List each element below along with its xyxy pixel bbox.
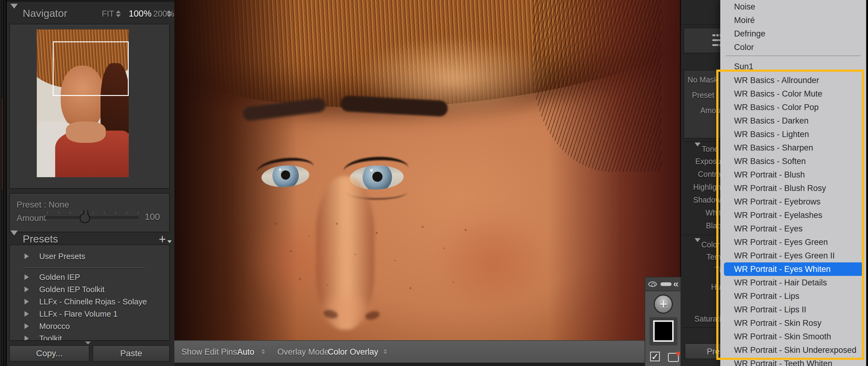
color-saturation-label: Saturati: [681, 314, 720, 324]
color-hue-label: Hu: [681, 283, 720, 292]
sliders-icon[interactable]: [712, 32, 720, 49]
masking-float-panel: « + ✓: [645, 277, 681, 366]
presets-title: Presets: [23, 233, 58, 245]
zoom-other-arrows-icon[interactable]: [167, 10, 172, 17]
menu-item-noise[interactable]: Noise: [720, 0, 866, 13]
mask-swatch-backing: [649, 317, 677, 345]
preset-amount-box: Preset : None Amount 100: [9, 193, 170, 232]
amount-slider-ticks: [47, 212, 139, 214]
menu-item-moire[interactable]: Moiré: [720, 13, 866, 27]
tone-blacks-label: Blac: [681, 221, 720, 230]
edge-line: [5, 0, 5, 366]
amount-value[interactable]: 100: [145, 212, 160, 222]
mask-swatch[interactable]: [653, 320, 674, 342]
tone-contrast-label: Contra: [681, 170, 720, 179]
tone-whites-label: Whit: [681, 208, 720, 217]
panel-groove: [682, 327, 720, 328]
slider-pill-icon[interactable]: [660, 282, 672, 286]
thumb-neck: [66, 121, 106, 143]
preset-folder[interactable]: Golden IEP: [10, 271, 169, 283]
panel-groove: [682, 25, 720, 25]
navigator-preview-box: [9, 24, 170, 189]
preset-folder[interactable]: Morocco: [10, 320, 169, 332]
amount-label: Amount: [17, 213, 46, 223]
create-preset-plus-icon[interactable]: +: [159, 232, 166, 246]
develop-toolbar: Show Edit Pins: Auto Overlay Mode: Color…: [175, 340, 680, 363]
presets-user-list: User Presets: [10, 245, 169, 263]
navigator-thumbnail[interactable]: [37, 29, 129, 177]
navigator-zoom-rect[interactable]: [53, 41, 129, 96]
highlight-annotation-box: [716, 69, 864, 360]
copy-button[interactable]: Copy...: [9, 345, 90, 362]
panel-groove: [682, 142, 720, 142]
edge-line: [1, 0, 1, 366]
mask-preset-label: Preset :: [681, 91, 720, 100]
window-right-edge: [866, 0, 868, 366]
preset-current-label: Preset : None: [17, 200, 69, 210]
preset-folder[interactable]: LLFx - Chinelle Rojas - Solaye: [10, 296, 169, 308]
zoom-fit-button[interactable]: FIT: [102, 9, 114, 19]
preset-folder[interactable]: Golden IEP Toolkit: [10, 283, 169, 296]
collapse-chevrons-icon[interactable]: «: [673, 278, 679, 289]
masking-panel-header: «: [645, 277, 680, 291]
preset-folder[interactable]: LLFx - Flare Volume 1: [10, 308, 169, 320]
show-edit-pins-select[interactable]: Auto: [237, 341, 254, 363]
tone-highlights-label: Highligh: [681, 183, 720, 191]
overlay-settings-icon[interactable]: [668, 353, 679, 362]
navigator-title: Navigator: [23, 7, 67, 19]
mask-status-label: No Mask: [681, 75, 720, 84]
presets-folder-list: Golden IEPGolden IEP ToolkitLLFx - Chine…: [10, 271, 169, 332]
color-tint-label: Ti: [681, 266, 720, 274]
menu-item-color[interactable]: Color: [720, 40, 866, 54]
right-develop-panel: No Mask Preset : Amou Tone Exposu Contra…: [680, 0, 720, 366]
show-edit-pins-label: Show Edit Pins:: [181, 341, 239, 363]
lightroom-develop-window: Navigator FIT 100% 200% Preset : None Am…: [0, 0, 868, 366]
masking-tools-box: [683, 28, 720, 53]
edge-accent: [2, 98, 3, 190]
menu-separator: [726, 56, 861, 56]
panel-scroll-arrow-icon[interactable]: [85, 341, 91, 344]
overlay-red-dot: [676, 352, 680, 356]
show-overlay-checkbox[interactable]: ✓: [650, 352, 660, 361]
color-section-title[interactable]: Color: [681, 240, 720, 249]
overlay-mode-label: Overlay Mode:: [277, 341, 331, 363]
left-panel: Navigator FIT 100% 200% Preset : None Am…: [7, 0, 175, 366]
presets-separator: [23, 267, 145, 268]
preset-folder[interactable]: User Presets: [10, 250, 169, 263]
photo-freckles: [263, 187, 502, 334]
amount-slider-track[interactable]: [45, 216, 138, 219]
eye-icon[interactable]: [648, 281, 657, 287]
overlay-mode-arrows-icon[interactable]: [383, 349, 387, 354]
presets-list-box: User Presets Golden IEPGolden IEP Toolki…: [9, 245, 170, 341]
previous-button[interactable]: Pre: [685, 343, 720, 359]
navigator-collapse-icon[interactable]: [10, 8, 18, 14]
zoom-fit-arrows-icon[interactable]: [116, 10, 121, 17]
add-mask-button[interactable]: +: [654, 295, 673, 313]
paste-button[interactable]: Paste: [93, 345, 170, 362]
amount-slider-thumb[interactable]: [80, 213, 90, 223]
tone-shadows-label: Shadow: [681, 195, 720, 205]
color-temp-label: Tem: [681, 252, 720, 262]
window-left-edge: [0, 0, 7, 366]
zoom-100-button[interactable]: 100%: [129, 8, 151, 19]
overlay-mode-select[interactable]: Color Overlay: [328, 341, 378, 363]
panel-groove: [682, 235, 720, 236]
menu-item-defringe[interactable]: Defringe: [720, 27, 866, 40]
show-edit-pins-arrows-icon[interactable]: [261, 349, 265, 354]
preset-folder-partial[interactable]: Toolkit: [10, 332, 169, 341]
photo-canvas[interactable]: [175, 0, 680, 363]
tone-section-title[interactable]: Tone: [681, 145, 720, 154]
tone-exposure-label: Exposu: [681, 157, 720, 166]
mask-amount-label: Amou: [681, 106, 720, 115]
presets-collapse-icon[interactable]: [10, 236, 18, 241]
